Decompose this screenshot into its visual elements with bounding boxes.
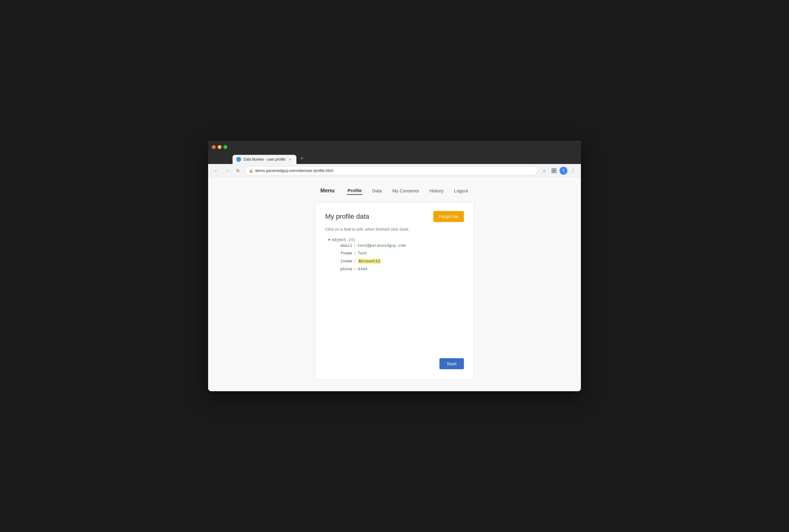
toolbar-right: ☆ Y ⋮ (540, 167, 577, 175)
menu-label: Menu (320, 188, 335, 194)
forward-button[interactable]: → (223, 167, 231, 175)
json-object-row: ▼ object {4} (328, 238, 464, 242)
save-area: Save (325, 358, 464, 369)
json-field-fname: fname : Test (341, 251, 464, 255)
tab-close-button[interactable]: × (288, 157, 293, 162)
url-text: demo.paranoidguy.com/site/user-profile.h… (255, 168, 333, 173)
nav-link-my-consents[interactable]: My Consents (392, 187, 420, 194)
json-fields: email : test@paranoidguy.com fname : Tes… (328, 243, 464, 271)
profile-title: My profile data (325, 212, 369, 221)
json-value-lname[interactable]: Account12 (358, 259, 381, 264)
json-object-count: {4} (348, 238, 355, 242)
svg-rect-2 (552, 169, 554, 170)
reload-button[interactable]: ↻ (234, 167, 242, 175)
forget-me-button[interactable]: Forget me (433, 211, 464, 222)
lock-icon: 🔒 (249, 169, 253, 173)
json-field-phone: phone : 4444 (341, 267, 464, 271)
profile-card-header: My profile data Forget me (325, 211, 464, 222)
extensions-button[interactable] (550, 167, 558, 175)
json-colon-email: : (353, 243, 356, 248)
json-object-label: object (332, 238, 347, 242)
json-field-email: email : test@paranoidguy.com (341, 243, 464, 248)
active-tab[interactable]: 🌐 Data Bunker - user profile × (233, 155, 296, 164)
json-value-email[interactable]: test@paranoidguy.com (358, 243, 405, 248)
json-collapse-arrow[interactable]: ▼ (328, 238, 330, 242)
json-key-fname: fname (341, 251, 352, 255)
minimize-button[interactable] (218, 145, 222, 149)
traffic-lights (212, 145, 227, 149)
nav-link-data[interactable]: Data (371, 187, 383, 194)
bookmark-button[interactable]: ☆ (540, 167, 549, 175)
new-tab-button[interactable]: + (298, 154, 306, 163)
back-button[interactable]: ← (212, 167, 220, 175)
tab-title: Data Bunker - user profile (243, 157, 286, 162)
svg-text:🌐: 🌐 (237, 158, 240, 161)
nav-link-logout[interactable]: Logout (454, 187, 469, 194)
json-field-lname: lname : Account12 (341, 259, 464, 264)
browser-window: 🌐 Data Bunker - user profile × + ← → ↻ 🔒… (208, 141, 581, 391)
nav-link-history[interactable]: History (429, 187, 444, 194)
maximize-button[interactable] (223, 145, 227, 149)
save-button[interactable]: Save (439, 358, 464, 369)
close-button[interactable] (212, 145, 216, 149)
svg-rect-4 (552, 171, 554, 173)
page-content: Menu Profile Data My Consents History Lo… (208, 177, 581, 391)
tab-favicon: 🌐 (236, 157, 241, 162)
json-key-lname: lname (341, 259, 352, 264)
site-nav: Menu Profile Data My Consents History Lo… (208, 187, 581, 202)
json-viewer: ▼ object {4} email : test@paranoidguy.co… (325, 238, 464, 352)
url-bar[interactable]: 🔒 demo.paranoidguy.com/site/user-profile… (245, 166, 537, 175)
nav-link-profile[interactable]: Profile (347, 187, 362, 195)
json-key-phone: phone (341, 267, 352, 271)
profile-card: My profile data Forget me Click on a fie… (315, 202, 474, 379)
json-value-fname[interactable]: Test (358, 251, 367, 255)
svg-rect-3 (554, 169, 556, 170)
json-colon-fname: : (353, 251, 356, 255)
json-key-email: email (341, 243, 352, 248)
json-colon-phone: : (353, 267, 356, 271)
json-colon-lname: : (353, 259, 356, 264)
title-bar (208, 141, 581, 153)
address-bar: ← → ↻ 🔒 demo.paranoidguy.com/site/user-p… (208, 164, 581, 177)
profile-hint: Click on a field to edit, when finished … (325, 227, 464, 231)
svg-rect-5 (554, 171, 556, 173)
json-value-phone[interactable]: 4444 (358, 267, 367, 271)
menu-button[interactable]: ⋮ (569, 167, 577, 175)
tab-bar: 🌐 Data Bunker - user profile × + (208, 153, 581, 164)
profile-avatar[interactable]: Y (559, 167, 567, 175)
